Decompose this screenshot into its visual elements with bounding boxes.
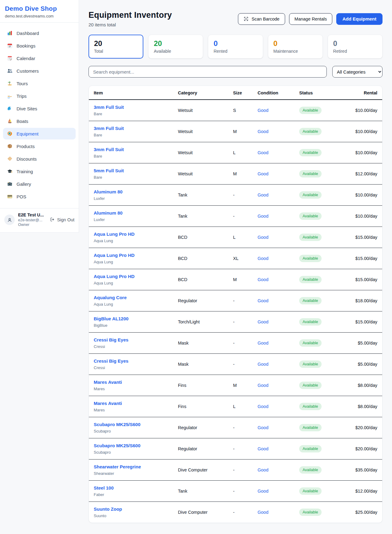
item-name-link[interactable]: Scubapro MK25/S600 xyxy=(94,421,173,428)
item-name-link[interactable]: 5mm Full Suit xyxy=(94,168,173,174)
sidebar-item-dive-sites[interactable]: Dive Sites xyxy=(3,103,76,114)
status-badge: Available xyxy=(299,318,322,326)
item-size: - xyxy=(231,438,255,460)
item-rental-rate: $12.00/day xyxy=(345,481,382,502)
stat-card-total[interactable]: 20 Total xyxy=(89,35,143,59)
condition-link[interactable]: Good xyxy=(258,108,268,113)
search-input[interactable] xyxy=(89,66,327,78)
item-name-link[interactable]: Aqua Lung Pro HD xyxy=(94,273,173,280)
sidebar-item-equipment[interactable]: Equipment xyxy=(3,128,76,139)
condition-link[interactable]: Good xyxy=(258,256,268,261)
item-rental-rate: $10.00/day xyxy=(345,206,382,227)
condition-link[interactable]: Good xyxy=(258,235,268,240)
category-select[interactable]: All Categories xyxy=(332,66,383,78)
barcode-scan-icon xyxy=(243,16,249,22)
condition-link[interactable]: Good xyxy=(258,446,268,451)
condition-link[interactable]: Good xyxy=(258,362,268,367)
item-name-link[interactable]: 3mm Full Suit xyxy=(94,147,173,153)
item-name-link[interactable]: Aqua Lung Pro HD xyxy=(94,252,173,258)
stat-card-maintenance[interactable]: 0 Maintenance xyxy=(268,35,323,59)
item-size: - xyxy=(231,354,255,375)
status-badge: Available xyxy=(299,170,322,177)
item-brand: Bare xyxy=(94,132,173,138)
item-name-link[interactable]: Mares Avanti xyxy=(94,400,173,406)
item-name-link[interactable]: Aqualung Core xyxy=(94,295,173,301)
stat-card-available[interactable]: 20 Available xyxy=(148,35,203,59)
item-name-link[interactable]: 3mm Full Suit xyxy=(94,125,173,132)
condition-link[interactable]: Good xyxy=(258,341,268,345)
item-name-link[interactable]: Cressi Big Eyes xyxy=(94,358,173,364)
item-name-link[interactable]: Mares Avanti xyxy=(94,379,173,385)
condition-link[interactable]: Good xyxy=(258,214,268,219)
item-name-link[interactable]: Aluminum 80 xyxy=(94,189,173,195)
sign-out-button[interactable]: Sign Out xyxy=(50,217,74,223)
item-name-link[interactable]: Steel 100 xyxy=(94,485,173,491)
condition-link[interactable]: Good xyxy=(258,383,268,388)
item-name-link[interactable]: Scubapro MK25/S600 xyxy=(94,443,173,449)
item-name-link[interactable]: Aluminum 80 xyxy=(94,210,173,216)
item-brand: Bare xyxy=(94,111,173,116)
condition-link[interactable]: Good xyxy=(258,129,268,134)
table-header-row: ItemCategorySizeConditionStatusRental xyxy=(89,86,382,100)
item-name-link[interactable]: Suunto Zoop xyxy=(94,506,173,512)
status-badge: Available xyxy=(299,212,322,220)
status-badge: Available xyxy=(299,276,322,283)
sidebar-item-boats[interactable]: Boats xyxy=(3,115,76,127)
item-category: Tank xyxy=(175,185,231,206)
sidebar-item-dashboard[interactable]: Dashboard xyxy=(3,27,76,39)
item-category: Regulator xyxy=(175,417,231,438)
item-name-link[interactable]: Cressi Big Eyes xyxy=(94,337,173,343)
sidebar-item-training[interactable]: Training xyxy=(3,166,76,177)
sidebar-item-bookings[interactable]: 17 Bookings xyxy=(3,40,76,51)
scan-barcode-button[interactable]: Scan Barcode xyxy=(238,13,285,25)
condition-link[interactable]: Good xyxy=(258,425,268,430)
status-badge: Available xyxy=(299,339,322,347)
item-rental-rate: $5.00/day xyxy=(345,354,382,375)
condition-link[interactable]: Good xyxy=(258,298,268,303)
item-name-link[interactable]: 3mm Full Suit xyxy=(94,104,173,110)
item-size: L xyxy=(231,142,255,163)
item-category: Tank xyxy=(175,206,231,227)
item-name-link[interactable]: Shearwater Peregrine xyxy=(94,464,173,470)
stat-card-retired[interactable]: 0 Retired xyxy=(328,35,383,59)
condition-link[interactable]: Good xyxy=(258,510,268,515)
column-header-condition: Condition xyxy=(255,86,297,100)
sign-out-label: Sign Out xyxy=(57,217,74,222)
sidebar-item-pos[interactable]: POS xyxy=(3,191,76,202)
item-category: Wetsuit xyxy=(175,100,231,121)
stat-card-rented[interactable]: 0 Rented xyxy=(208,35,263,59)
status-badge: Available xyxy=(299,297,322,304)
package-icon xyxy=(7,143,13,149)
manage-rentals-button[interactable]: Manage Rentals xyxy=(289,13,333,25)
item-brand: BigBlue xyxy=(94,323,173,328)
condition-link[interactable]: Good xyxy=(258,467,268,472)
condition-link[interactable]: Good xyxy=(258,193,268,197)
sidebar-item-trips[interactable]: Trips xyxy=(3,90,76,102)
brand-title[interactable]: Demo Dive Shop xyxy=(5,5,74,12)
item-category: Dive Computer xyxy=(175,460,231,481)
condition-link[interactable]: Good xyxy=(258,150,268,155)
add-equipment-button[interactable]: Add Equipment xyxy=(336,13,383,25)
item-rental-rate: $35.00/day xyxy=(345,460,382,481)
sidebar-item-discounts[interactable]: Discounts xyxy=(3,153,76,165)
sidebar-item-customers[interactable]: Customers xyxy=(3,65,76,77)
condition-link[interactable]: Good xyxy=(258,319,268,324)
sidebar-item-label: Customers xyxy=(17,68,39,74)
item-category: Mask xyxy=(175,354,231,375)
condition-link[interactable]: Good xyxy=(258,171,268,176)
equipment-table: ItemCategorySizeConditionStatusRental 3m… xyxy=(89,86,382,523)
item-brand: Aqua Lung xyxy=(94,238,173,243)
item-brand: Luxfer xyxy=(94,196,173,201)
sidebar-item-calendar[interactable]: Calendar xyxy=(3,52,76,64)
condition-link[interactable]: Good xyxy=(258,489,268,494)
item-name-link[interactable]: BigBlue AL1200 xyxy=(94,316,173,322)
sidebar-item-products[interactable]: Products xyxy=(3,140,76,152)
column-header-status: Status xyxy=(297,86,345,100)
svg-text:17: 17 xyxy=(9,45,11,48)
sidebar-item-gallery[interactable]: Gallery xyxy=(3,178,76,190)
condition-link[interactable]: Good xyxy=(258,404,268,409)
item-category: BCD xyxy=(175,248,231,269)
sidebar-item-tours[interactable]: Tours xyxy=(3,78,76,89)
condition-link[interactable]: Good xyxy=(258,277,268,282)
item-name-link[interactable]: Aqua Lung Pro HD xyxy=(94,231,173,237)
